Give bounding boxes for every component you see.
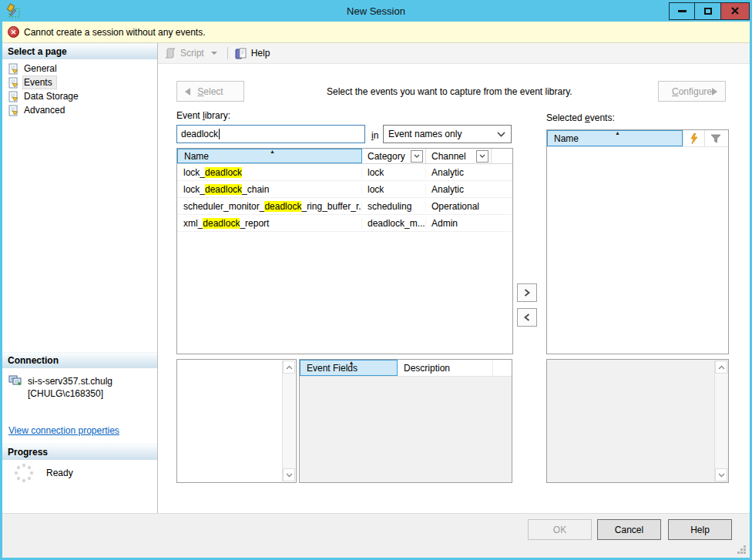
help-icon bbox=[235, 48, 247, 59]
sidebar-item-label: Data Storage bbox=[23, 90, 82, 102]
sidebar-item-data-storage[interactable]: Data Storage bbox=[2, 89, 157, 103]
help-toolbar-button[interactable]: Help bbox=[251, 48, 270, 59]
column-header-channel[interactable]: Channel bbox=[426, 149, 492, 163]
script-dropdown-icon[interactable] bbox=[211, 52, 217, 55]
titlebar[interactable]: New Session bbox=[2, 0, 750, 22]
scrollbar[interactable] bbox=[282, 360, 295, 481]
event-fields-panel: Event Fields ▲ Description bbox=[299, 359, 512, 483]
chevron-right-icon bbox=[524, 289, 530, 297]
selected-events-label: Selected events: bbox=[546, 112, 615, 123]
filter-icon bbox=[710, 134, 721, 143]
script-button[interactable]: Script bbox=[180, 48, 204, 59]
column-header-description[interactable]: Description bbox=[398, 360, 493, 376]
minimize-button[interactable] bbox=[669, 2, 695, 20]
table-row[interactable]: xml_deadlock_report deadlock_m... Admin bbox=[177, 215, 512, 232]
toolbar-separator bbox=[227, 47, 228, 59]
progress-status-row: Ready bbox=[13, 462, 73, 484]
page-icon bbox=[8, 105, 19, 116]
column-header-name[interactable]: Name ▲ bbox=[177, 149, 362, 163]
page-icon bbox=[8, 91, 19, 102]
dropdown-chevron-icon bbox=[479, 154, 485, 158]
scope-selected-value: Event names only bbox=[388, 129, 462, 139]
selected-table-header: Name ▲ bbox=[547, 130, 728, 147]
close-icon bbox=[730, 6, 740, 15]
filter-button[interactable] bbox=[704, 130, 726, 146]
help-button[interactable]: Help bbox=[668, 519, 732, 540]
sort-asc-icon: ▲ bbox=[615, 130, 620, 136]
selected-event-details-panel bbox=[546, 359, 729, 483]
progress-status: Ready bbox=[46, 468, 73, 478]
event-library-table: Name ▲ Category Channel lock_ bbox=[176, 148, 513, 354]
validation-message: Cannot create a session without any even… bbox=[24, 27, 205, 38]
connection-info: si-s-serv357.st.chulg [CHULG\c168350] bbox=[2, 368, 157, 400]
page-icon bbox=[8, 63, 19, 75]
scrollbar[interactable] bbox=[714, 360, 727, 481]
scroll-down-icon[interactable] bbox=[715, 468, 727, 481]
connection-server: si-s-serv357.st.chulg bbox=[28, 375, 112, 387]
select-button[interactable]: Select bbox=[176, 81, 244, 102]
select-a-page-header: Select a page bbox=[2, 43, 157, 59]
search-scope-select[interactable]: Event names only bbox=[383, 125, 512, 143]
maximize-icon bbox=[704, 8, 712, 15]
script-icon bbox=[164, 48, 176, 59]
event-filter-lightning-button[interactable] bbox=[683, 130, 704, 146]
sidebar-item-events[interactable]: Events bbox=[2, 75, 157, 89]
maximize-button[interactable] bbox=[695, 2, 721, 20]
cancel-button[interactable]: Cancel bbox=[597, 519, 661, 540]
column-header-event-fields[interactable]: Event Fields ▲ bbox=[300, 360, 398, 376]
scroll-up-icon[interactable] bbox=[283, 360, 295, 374]
scroll-up-icon[interactable] bbox=[715, 360, 727, 374]
page-icon bbox=[8, 77, 19, 89]
configure-button[interactable]: Configure bbox=[658, 81, 726, 102]
selected-events-table: Name ▲ bbox=[546, 129, 729, 354]
table-row[interactable]: lock_deadlock lock Analytic bbox=[177, 164, 512, 181]
connection-header: Connection bbox=[2, 352, 157, 368]
new-session-dialog: New Session ✕ Cannot create a session wi… bbox=[0, 0, 752, 560]
resize-grip[interactable] bbox=[744, 552, 746, 554]
event-fields-header: Event Fields ▲ Description bbox=[300, 360, 512, 377]
sidebar-item-label: General bbox=[23, 62, 61, 75]
scroll-down-icon[interactable] bbox=[283, 468, 295, 481]
table-row[interactable]: scheduler_monitor_deadlock_ring_buffer_r… bbox=[177, 198, 512, 215]
instruction-text: Select the events you want to capture fr… bbox=[327, 86, 572, 97]
sidebar-item-label: Events bbox=[23, 76, 56, 89]
event-description-panel bbox=[176, 359, 297, 483]
toolbar: Script Help bbox=[158, 43, 750, 64]
sidebar-item-advanced[interactable]: Advanced bbox=[2, 103, 157, 117]
sidebar-item-general[interactable]: General bbox=[2, 62, 157, 75]
event-library-label: Event library: bbox=[176, 110, 230, 121]
column-header-category[interactable]: Category bbox=[362, 149, 426, 163]
event-library-search-input[interactable]: deadlock bbox=[176, 125, 365, 143]
selected-column-header-name[interactable]: Name ▲ bbox=[547, 130, 683, 146]
error-icon: ✕ bbox=[8, 26, 19, 38]
progress-header: Progress bbox=[2, 444, 157, 460]
lightning-icon bbox=[689, 133, 699, 144]
text-caret bbox=[219, 129, 220, 139]
chevron-down-icon bbox=[497, 132, 505, 137]
page-list: General Events Data Storage Advanced bbox=[2, 59, 157, 117]
sort-asc-icon: ▲ bbox=[270, 149, 275, 154]
ok-button[interactable]: OK bbox=[528, 519, 592, 540]
in-label: in bbox=[371, 130, 378, 141]
view-connection-properties-link[interactable]: View connection properties bbox=[8, 425, 119, 436]
connection-account: [CHULG\c168350] bbox=[28, 387, 112, 400]
left-arrow-icon bbox=[185, 88, 190, 96]
channel-filter-button[interactable] bbox=[476, 150, 488, 163]
remove-event-button[interactable] bbox=[517, 308, 537, 327]
sidebar: Select a page General Events Data Storag… bbox=[2, 43, 158, 513]
validation-banner: ✕ Cannot create a session without any ev… bbox=[2, 22, 750, 43]
events-page: Select Select the events you want to cap… bbox=[158, 64, 750, 513]
category-filter-button[interactable] bbox=[411, 150, 423, 163]
sort-asc-icon: ▲ bbox=[349, 360, 354, 365]
server-icon bbox=[8, 375, 22, 387]
dialog-footer: OK Cancel Help bbox=[2, 513, 750, 558]
table-row[interactable]: lock_deadlock_chain lock Analytic bbox=[177, 181, 512, 198]
search-value: deadlock bbox=[181, 129, 218, 139]
window-controls bbox=[669, 2, 750, 20]
close-button[interactable] bbox=[721, 2, 750, 20]
add-event-button[interactable] bbox=[517, 283, 537, 302]
chevron-left-icon bbox=[524, 314, 530, 321]
minimize-icon bbox=[678, 10, 687, 12]
library-table-header: Name ▲ Category Channel bbox=[177, 149, 512, 164]
dropdown-chevron-icon bbox=[414, 154, 420, 158]
